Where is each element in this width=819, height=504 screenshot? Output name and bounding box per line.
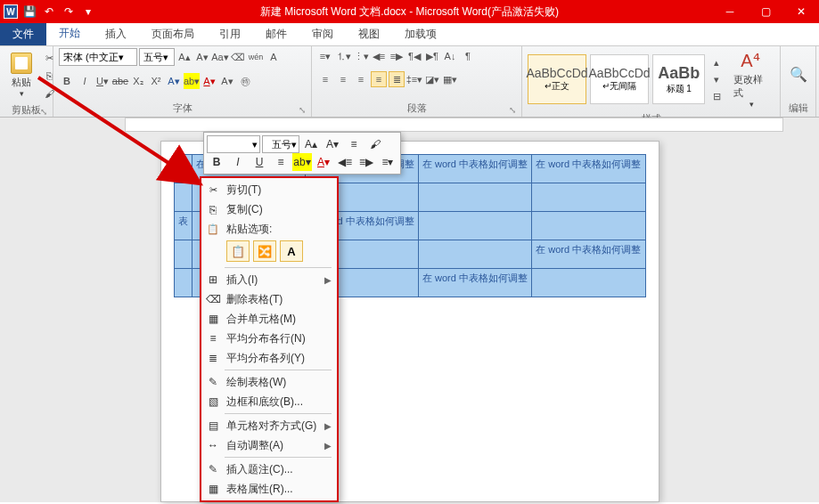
qat-customize-icon[interactable]: ▾: [80, 4, 96, 20]
qat-redo-icon[interactable]: ↷: [61, 4, 77, 20]
font-name-select[interactable]: 宋体 (中文正▾: [59, 48, 137, 66]
menu-autofit[interactable]: 自动调整(A) ▶: [201, 435, 337, 455]
align-right-icon[interactable]: ≡: [353, 71, 369, 87]
table-cell[interactable]: [174, 269, 192, 297]
numbering-icon[interactable]: ⒈▾: [335, 48, 351, 64]
paste-keep-source-icon[interactable]: 📋: [226, 240, 250, 262]
superscript-button[interactable]: X²: [148, 73, 164, 89]
tab-view[interactable]: 视图: [346, 23, 392, 45]
horizontal-ruler[interactable]: [125, 118, 783, 132]
table-cell[interactable]: 在 word 中表格如何调整: [532, 155, 645, 183]
show-marks-icon[interactable]: ¶: [460, 48, 476, 64]
justify-icon[interactable]: ≡: [371, 71, 387, 87]
table-cell[interactable]: [174, 183, 192, 212]
line-spacing-icon[interactable]: ‡≡▾: [406, 71, 422, 87]
styles-more-icon[interactable]: ⊟: [708, 88, 725, 104]
decrease-indent-icon[interactable]: ◀≡: [371, 48, 387, 64]
ltr-icon[interactable]: ¶◀: [406, 48, 422, 64]
mini-highlight-icon[interactable]: ab▾: [292, 153, 312, 171]
align-left-icon[interactable]: ≡: [317, 71, 333, 87]
bold-button[interactable]: B: [59, 73, 75, 89]
change-case-icon[interactable]: Aa▾: [212, 49, 228, 65]
mini-painter-icon[interactable]: 🖌: [365, 135, 385, 153]
table-cell[interactable]: [174, 240, 192, 269]
maximize-button[interactable]: ▢: [748, 0, 783, 23]
enclose-char-icon[interactable]: ㊕: [237, 73, 253, 89]
font-size-select[interactable]: 五号▾: [139, 48, 175, 66]
shrink-font-icon[interactable]: A▾: [194, 49, 210, 65]
mini-style-icon[interactable]: ≡: [344, 135, 364, 153]
qat-save-icon[interactable]: 💾: [21, 4, 37, 20]
table-cell[interactable]: 表: [174, 212, 192, 240]
grow-font-icon[interactable]: A▴: [176, 49, 192, 65]
align-center-icon[interactable]: ≡: [335, 71, 351, 87]
mini-underline-icon[interactable]: U: [250, 153, 269, 171]
paste-merge-icon[interactable]: 🔀: [253, 240, 276, 262]
menu-cell-align[interactable]: 单元格对齐方式(G) ▶: [201, 416, 337, 435]
mini-center-icon[interactable]: ≡: [271, 153, 291, 171]
subscript-button[interactable]: X₂: [130, 73, 146, 89]
font-color-icon[interactable]: A▾: [201, 73, 217, 89]
mini-shrink-font-icon[interactable]: A▾: [323, 135, 342, 153]
char-border-icon[interactable]: A: [266, 49, 282, 65]
tab-layout[interactable]: 页面布局: [139, 23, 207, 45]
mini-font-color-icon[interactable]: A▾: [314, 153, 333, 171]
menu-merge-cells[interactable]: 合并单元格(M): [201, 309, 337, 329]
multilevel-icon[interactable]: ⋮▾: [353, 48, 369, 64]
mini-bold-icon[interactable]: B: [207, 153, 226, 171]
table-cell[interactable]: [532, 183, 645, 212]
menu-insert-caption[interactable]: 插入题注(C)...: [201, 459, 337, 479]
underline-button[interactable]: U▾: [94, 73, 111, 89]
table-cell[interactable]: [419, 212, 532, 240]
qat-undo-icon[interactable]: ↶: [41, 4, 57, 20]
menu-delete-table[interactable]: 删除表格(T): [201, 289, 337, 309]
styles-up-icon[interactable]: ▴: [708, 54, 725, 70]
table-cell[interactable]: 在 word 中表格如何调整: [419, 155, 532, 183]
tab-mail[interactable]: 邮件: [253, 23, 299, 45]
mini-grow-font-icon[interactable]: A▴: [301, 135, 321, 153]
table-cell[interactable]: [532, 212, 645, 240]
distribute-icon[interactable]: ≣: [389, 71, 405, 87]
menu-distribute-cols[interactable]: 平均分布各列(Y): [201, 348, 337, 368]
mini-indent-inc-icon[interactable]: ≡▶: [356, 153, 376, 171]
mini-bullets-icon[interactable]: ≡▾: [378, 153, 397, 171]
menu-insert[interactable]: 插入(I) ▶: [201, 270, 337, 289]
table-cell[interactable]: 在 word 中表格如何调整: [419, 269, 532, 297]
sort-icon[interactable]: A↓: [442, 48, 458, 64]
menu-table-properties[interactable]: 表格属性(R)...: [201, 479, 337, 499]
menu-distribute-rows[interactable]: 平均分布各行(N): [201, 329, 337, 348]
style-normal[interactable]: AaBbCcDd ↵正文: [528, 54, 586, 104]
menu-borders-shading[interactable]: 边框和底纹(B)...: [201, 392, 337, 411]
strikethrough-button[interactable]: abe: [112, 73, 128, 89]
table-cell[interactable]: 表: [174, 155, 192, 183]
table-cell[interactable]: [532, 269, 645, 297]
mini-font-name[interactable]: ▾: [207, 135, 260, 153]
table-cell[interactable]: 在 word 中表格如何调整: [532, 240, 645, 269]
tab-review[interactable]: 审阅: [299, 23, 346, 45]
find-icon[interactable]: 🔍: [790, 66, 807, 82]
tab-references[interactable]: 引用: [207, 23, 253, 45]
mini-italic-icon[interactable]: I: [228, 153, 248, 171]
style-heading1[interactable]: AaBb 标题 1: [652, 54, 705, 104]
increase-indent-icon[interactable]: ≡▶: [389, 48, 405, 64]
italic-button[interactable]: I: [77, 73, 93, 89]
borders-icon[interactable]: ▦▾: [442, 71, 458, 87]
minimize-button[interactable]: ─: [712, 0, 748, 23]
paste-text-only-icon[interactable]: A: [280, 240, 303, 262]
table-cell[interactable]: [419, 240, 532, 269]
clipboard-launcher[interactable]: ⤡: [40, 107, 47, 117]
clear-format-icon[interactable]: ⌫: [230, 49, 246, 65]
char-shading-icon[interactable]: A▾: [219, 73, 235, 89]
menu-cut[interactable]: 剪切(T): [201, 180, 337, 199]
tab-addin[interactable]: 加载项: [392, 23, 449, 45]
paste-button[interactable]: 粘贴 ▾: [5, 48, 37, 102]
style-no-spacing[interactable]: AaBbCcDd ↵无间隔: [590, 54, 649, 104]
menu-copy[interactable]: 复制(C): [201, 199, 337, 219]
tab-file[interactable]: 文件: [0, 23, 46, 45]
bullets-icon[interactable]: ≡▾: [317, 48, 333, 64]
font-launcher[interactable]: ⤡: [299, 105, 306, 115]
styles-down-icon[interactable]: ▾: [708, 71, 725, 87]
menu-draw-table[interactable]: 绘制表格(W): [201, 372, 337, 392]
mini-font-size[interactable]: 五号▾: [262, 135, 299, 153]
close-button[interactable]: ✕: [783, 0, 819, 23]
